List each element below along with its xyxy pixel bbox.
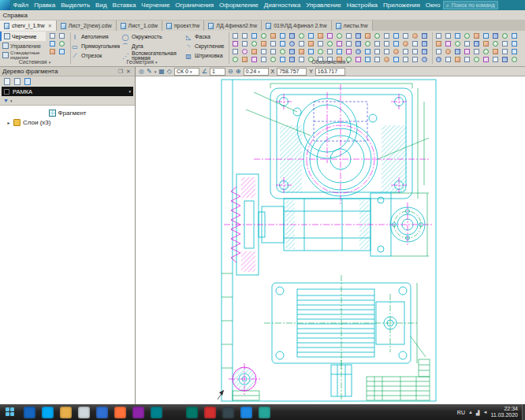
close-icon[interactable]: ✕ — [125, 69, 132, 75]
toolbar-icon[interactable] — [491, 32, 500, 39]
panel-tool-icon[interactable] — [13, 77, 22, 86]
toolbar-icon[interactable] — [288, 48, 296, 55]
toolbar-icon[interactable] — [434, 48, 443, 55]
toolbar-icon[interactable] — [420, 40, 429, 47]
toolbar-icon[interactable] — [297, 40, 306, 47]
toolbar-icon[interactable] — [335, 40, 344, 47]
toolbar-icon[interactable] — [250, 40, 259, 47]
toolbar-icon[interactable] — [444, 48, 452, 55]
taskbar-app-icon[interactable] — [78, 407, 90, 418]
x-coordinate-input[interactable]: 758.757 — [277, 68, 307, 76]
toolbar-icon[interactable] — [231, 32, 240, 39]
taskbar-app-icon[interactable] — [114, 407, 126, 418]
network-icon[interactable]: ▟ — [476, 410, 480, 415]
taskbar-app-icon[interactable] — [186, 407, 198, 418]
toolbar-icon[interactable] — [463, 56, 471, 63]
document-tab[interactable]: 019\ЛД.4финал 2.frw — [262, 20, 331, 31]
toolbar-icon[interactable] — [250, 32, 259, 39]
menu-view[interactable]: Вид — [93, 0, 110, 10]
toolbar-icon[interactable] — [344, 40, 353, 47]
volume-icon[interactable]: ◄ — [483, 410, 488, 414]
taskbar-app-icon[interactable] — [259, 407, 270, 418]
toolbar-icon[interactable] — [288, 32, 296, 39]
toolbar-icon[interactable] — [335, 32, 344, 39]
menu-format[interactable]: Оформление — [217, 0, 262, 10]
language-indicator[interactable]: RU — [457, 410, 465, 415]
toolbar-icon[interactable] — [463, 32, 471, 39]
toolbar-icon[interactable] — [326, 48, 334, 55]
taskbar-app-icon[interactable] — [24, 407, 35, 418]
toolbar-icon[interactable] — [420, 32, 429, 39]
filter-icon[interactable]: ▼ — [3, 98, 9, 103]
menu-applications[interactable]: Приложения — [381, 0, 423, 10]
toolbar-icon[interactable] — [354, 48, 363, 55]
show-desktop-button[interactable] — [522, 404, 525, 420]
toolbar-icon[interactable] — [501, 56, 509, 63]
zoom-in-icon[interactable]: ⊕ — [236, 68, 241, 76]
toolbar-icon[interactable] — [501, 48, 509, 55]
document-tab[interactable]: cherv_l_1.frw ✕ — [0, 20, 57, 31]
coordinate-system-select[interactable]: СК 0 ▾ — [174, 68, 199, 76]
toolbar-icon[interactable] — [411, 40, 419, 47]
tool-autoline[interactable]: ⌇ Автолиния — [71, 32, 120, 42]
toolbar-icon[interactable] — [259, 40, 268, 47]
toolbar-icon[interactable] — [316, 40, 325, 47]
taskbar-app-icon[interactable] — [60, 407, 72, 418]
menu-constraints[interactable]: Ограничения — [173, 0, 217, 10]
tree-item-layers[interactable]: ▸ Слои (х3) — [0, 117, 135, 127]
toolbar-icon[interactable] — [382, 40, 391, 47]
document-tab[interactable]: ЛД.4финал2.frw — [204, 20, 262, 31]
toolbar-icon[interactable] — [401, 48, 410, 55]
toolbar-icon[interactable] — [482, 48, 490, 55]
toolbar-icon[interactable] — [316, 48, 325, 55]
toolbar-icon[interactable] — [420, 48, 429, 55]
toolbar-icon[interactable] — [482, 40, 490, 47]
toolbar-icon[interactable] — [510, 32, 519, 39]
toolbar-icon[interactable] — [269, 40, 277, 47]
orbit-icon[interactable]: ◎ — [139, 68, 144, 76]
document-tab[interactable]: проект.frw — [162, 20, 204, 31]
document-tab[interactable]: Лист_2(new).cdw — [57, 20, 117, 31]
menu-management[interactable]: Управление — [303, 0, 344, 10]
toolbar-icon[interactable] — [326, 32, 334, 39]
toolbar-icon[interactable] — [453, 40, 462, 47]
menu-file[interactable]: Файл — [10, 0, 32, 10]
toolbar-icon[interactable] — [472, 48, 481, 55]
zoom-select[interactable]: 0.24 ▾ — [244, 68, 269, 76]
command-search[interactable]: ⌕ — [443, 1, 498, 9]
toolbar-icon[interactable] — [58, 48, 66, 55]
toolbar-icon[interactable] — [510, 40, 519, 47]
zoom-out-icon[interactable]: ⊖ — [228, 68, 233, 76]
toolbar-icon[interactable] — [363, 40, 372, 47]
panel-tool-icon[interactable] — [23, 77, 32, 86]
toolbar-icon[interactable] — [444, 32, 452, 39]
toolbar-icon[interactable] — [434, 40, 443, 47]
toolbar-icon[interactable] — [491, 56, 500, 63]
toolbar-icon[interactable] — [401, 32, 410, 39]
toolbar-icon[interactable] — [240, 48, 249, 55]
toolbar-icon[interactable] — [392, 40, 400, 47]
toolbar-icon[interactable] — [392, 48, 400, 55]
toolbar-icon[interactable] — [501, 32, 509, 39]
toolbar-icon[interactable] — [373, 32, 382, 39]
toolbar-icon[interactable] — [326, 40, 334, 47]
tab-drawing[interactable]: Черчение — [0, 32, 46, 41]
menu-draw[interactable]: Черчение — [139, 0, 173, 10]
toolbar-icon[interactable] — [354, 32, 363, 39]
toolbar-icon[interactable] — [472, 56, 481, 63]
document-tab[interactable]: Лист_1.cdw — [117, 20, 162, 31]
taskbar-app-icon[interactable] — [151, 407, 162, 418]
pencil-icon[interactable]: ✎ — [147, 68, 152, 76]
toolbar-icon[interactable] — [297, 48, 306, 55]
toolbar-icon[interactable] — [401, 40, 410, 47]
grid-icon[interactable]: ▦ — [158, 68, 165, 76]
toolbar-icon[interactable] — [453, 32, 462, 39]
toolbar-icon[interactable] — [472, 32, 481, 39]
toolbar-icon[interactable] — [335, 48, 344, 55]
document-tab[interactable]: листы.frw — [332, 20, 373, 31]
toolbar-icon[interactable] — [411, 48, 419, 55]
taskbar-app-icon[interactable] — [222, 407, 234, 418]
toolbar-icon[interactable] — [278, 48, 287, 55]
section-geometry[interactable]: Геометрия ▾ — [71, 58, 213, 65]
tool-fillet[interactable]: ◝ Скругление — [184, 42, 230, 51]
